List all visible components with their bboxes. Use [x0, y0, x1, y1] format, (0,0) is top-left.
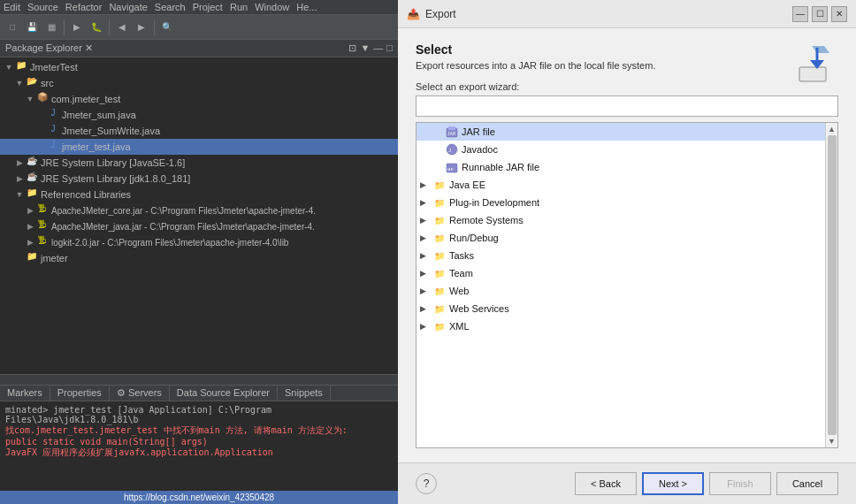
- console-content: minated> jmeter_test [Java Application] …: [0, 401, 398, 462]
- search-input[interactable]: [416, 95, 838, 117]
- jmeter-label: jmeter: [41, 253, 68, 263]
- dialog-title-icon: 📤: [407, 8, 420, 20]
- list-item-jar-file[interactable]: JAR JAR file: [417, 123, 825, 141]
- toolbar-run[interactable]: ▶: [68, 19, 86, 36]
- list-item-team[interactable]: ▶ 📁 Team: [417, 264, 825, 282]
- dialog-footer: ? < Back Next > Finish Cancel: [398, 462, 856, 504]
- toolbar-search[interactable]: 🔍: [158, 19, 176, 36]
- list-item-remote[interactable]: ▶ 📁 Remote Systems: [417, 211, 825, 229]
- tree-jar-1[interactable]: ▶ 🗜 ApacheJMeter_core.jar - C:\Program F…: [0, 202, 398, 218]
- team-folder-icon: 📁: [432, 266, 447, 280]
- jar-file-icon: JAR: [445, 125, 459, 139]
- finish-button[interactable]: Finish: [709, 472, 771, 495]
- tab-datasource[interactable]: Data Source Explorer: [170, 386, 278, 401]
- list-item-runnable-jar[interactable]: JAR Runnable JAR file: [417, 158, 825, 176]
- toolbar-new[interactable]: □: [4, 19, 21, 36]
- web-folder-icon: 📁: [432, 284, 447, 298]
- menu-navigate[interactable]: Navigate: [109, 2, 147, 12]
- menu-help[interactable]: He...: [296, 2, 317, 12]
- toolbar-save-all[interactable]: ▦: [42, 19, 60, 36]
- bottom-panel: Markers Properties ⚙ Servers Data Source…: [0, 385, 398, 491]
- tree-scrollbar[interactable]: ▲ ▼: [825, 123, 837, 447]
- help-button[interactable]: ?: [416, 473, 437, 494]
- tree-jmeter[interactable]: 📁 jmeter: [0, 250, 398, 266]
- menu-search[interactable]: Search: [155, 2, 186, 12]
- max-icon[interactable]: □: [386, 42, 393, 54]
- next-button[interactable]: Next >: [642, 472, 704, 495]
- toolbar: □ 💾 ▦ ▶ 🐛 ◀ ▶ 🔍: [0, 15, 398, 40]
- toolbar-forward[interactable]: ▶: [133, 19, 150, 36]
- dialog-icon-area: [796, 42, 838, 85]
- tree-ref-libs[interactable]: ▼ 📁 Referenced Libraries: [0, 187, 398, 202]
- console-line-2: 找com.jmeter_test.jmeter_test 中找不到main 方法…: [5, 424, 393, 437]
- src-label: src: [41, 78, 54, 88]
- menu-refactor[interactable]: Refactor: [65, 2, 103, 12]
- list-item-xml[interactable]: ▶ 📁 XML: [417, 317, 825, 335]
- tab-properties[interactable]: Properties: [50, 386, 110, 401]
- svg-rect-5: [448, 126, 455, 130]
- tab-servers[interactable]: ⚙ Servers: [110, 386, 170, 401]
- list-item-rundebug-label: Run/Debug: [449, 233, 499, 243]
- section-description: Export resources into a JAR file on the …: [416, 60, 838, 71]
- view-menu-icon[interactable]: ▼: [360, 42, 370, 54]
- menu-project[interactable]: Project: [193, 2, 223, 12]
- back-button[interactable]: < Back: [575, 472, 637, 495]
- menu-run[interactable]: Run: [230, 2, 248, 12]
- list-item-plugin[interactable]: ▶ 📁 Plug-in Development: [417, 194, 825, 211]
- jar-2-label: ApacheJMeter_java.jar - C:\Program Files…: [51, 222, 315, 232]
- footer-right: < Back Next > Finish Cancel: [575, 472, 838, 495]
- list-item-web-services-label: Web Services: [449, 303, 509, 314]
- tree-file-2[interactable]: J Jmeter_SumWrite.java: [0, 123, 398, 139]
- web-services-folder-icon: 📁: [432, 302, 447, 316]
- jar-3-label: logkit-2.0.jar - C:\Program Files\Jmeter…: [51, 238, 288, 248]
- list-item-web-services[interactable]: ▶ 📁 Web Services: [417, 300, 825, 317]
- status-bar: https://blog.csdn.net/weixin_42350428: [0, 491, 398, 504]
- list-item-tasks-label: Tasks: [449, 250, 474, 261]
- menu-source[interactable]: Source: [27, 2, 58, 12]
- tree-jar-3[interactable]: ▶ 🗜 logkit-2.0.jar - C:\Program Files\Jm…: [0, 234, 398, 250]
- list-item-javadoc[interactable]: J Javadoc: [417, 141, 825, 158]
- runnable-jar-icon: JAR: [445, 160, 459, 174]
- list-item-java-ee[interactable]: ▶ 📁 Java EE: [417, 176, 825, 194]
- console-line-1: minated> jmeter_test [Java Application] …: [5, 405, 393, 424]
- list-item-web-label: Web: [449, 286, 469, 296]
- jre1-label: JRE System Library [JavaSE-1.6]: [41, 157, 185, 168]
- toolbar-save[interactable]: 💾: [23, 19, 41, 36]
- tasks-folder-icon: 📁: [432, 248, 447, 263]
- dialog-title: 📤 Export: [407, 8, 456, 20]
- dialog-controls: — ☐ ✕: [792, 6, 847, 22]
- cancel-button[interactable]: Cancel: [776, 472, 838, 495]
- project-label: JmeterTest: [30, 62, 78, 73]
- list-item-runnable-jar-label: Runnable JAR file: [462, 162, 539, 172]
- dialog-minimize[interactable]: —: [792, 6, 808, 22]
- tree-file-3[interactable]: J jmeter_test.java: [0, 139, 398, 155]
- svg-text:J: J: [448, 148, 451, 153]
- collapse-icon[interactable]: ⊡: [348, 42, 356, 54]
- file-3-label: jmeter_test.java: [62, 141, 131, 152]
- tab-markers[interactable]: Markers: [0, 386, 50, 401]
- dialog-close[interactable]: ✕: [831, 6, 847, 22]
- tree-jre2[interactable]: ▶ ☕ JRE System Library [jdk1.8.0_181]: [0, 171, 398, 187]
- menu-bar: Edit Source Refactor Navigate Search Pro…: [0, 0, 398, 15]
- wizard-tree-list: JAR JAR file J Javadoc: [417, 123, 825, 447]
- list-item-web[interactable]: ▶ 📁 Web: [417, 282, 825, 300]
- package-label: com.jmeter_test: [51, 94, 120, 104]
- tree-jre1[interactable]: ▶ ☕ JRE System Library [JavaSE-1.6]: [0, 155, 398, 171]
- dialog-maximize[interactable]: ☐: [812, 6, 828, 22]
- list-item-rundebug[interactable]: ▶ 📁 Run/Debug: [417, 229, 825, 247]
- footer-left: ?: [416, 473, 437, 494]
- list-item-tasks[interactable]: ▶ 📁 Tasks: [417, 247, 825, 264]
- list-item-team-label: Team: [449, 268, 473, 279]
- ide-panel: Edit Source Refactor Navigate Search Pro…: [0, 0, 398, 504]
- min-icon[interactable]: —: [373, 42, 383, 54]
- tree-jar-2[interactable]: ▶ 🗜 ApacheJMeter_java.jar - C:\Program F…: [0, 218, 398, 234]
- tree-src[interactable]: ▼ 📂 src: [0, 75, 398, 91]
- menu-edit[interactable]: Edit: [4, 2, 20, 12]
- tab-snippets[interactable]: Snippets: [278, 386, 331, 401]
- toolbar-back[interactable]: ◀: [113, 19, 131, 36]
- tree-package[interactable]: ▼ 📦 com.jmeter_test: [0, 91, 398, 107]
- tree-project[interactable]: ▼ 📁 JmeterTest: [0, 59, 398, 75]
- toolbar-debug[interactable]: 🐛: [88, 19, 105, 36]
- menu-window[interactable]: Window: [255, 2, 289, 12]
- tree-file-1[interactable]: J Jmeter_sum.java: [0, 107, 398, 123]
